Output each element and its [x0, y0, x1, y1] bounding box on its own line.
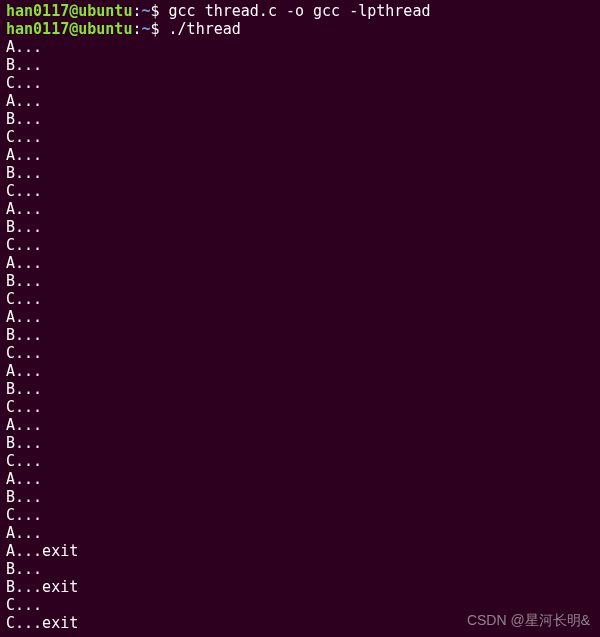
output-line: C... [6, 452, 594, 470]
output-line: C... [6, 128, 594, 146]
prompt-path: ~ [141, 20, 150, 38]
output-line: C... [6, 596, 594, 614]
output-line: C... [6, 344, 594, 362]
output-line: A... [6, 200, 594, 218]
prompt-userhost: han0117@ubuntu [6, 20, 132, 38]
prompt-line-1: han0117@ubuntu:~$ gcc thread.c -o gcc -l… [6, 2, 594, 20]
output-line: A... [6, 254, 594, 272]
output-line: C... [6, 506, 594, 524]
output-line: B... [6, 434, 594, 452]
output-line: A... [6, 416, 594, 434]
output-line: C... [6, 290, 594, 308]
output-line: C... [6, 236, 594, 254]
output-line: B... [6, 56, 594, 74]
output-line: B...exit [6, 578, 594, 596]
prompt-line-2: han0117@ubuntu:~$ ./thread [6, 20, 594, 38]
output-line: B... [6, 380, 594, 398]
output-line: A... [6, 92, 594, 110]
prompt-dollar: $ [151, 2, 160, 20]
output-line: B... [6, 488, 594, 506]
output-line: C... [6, 182, 594, 200]
output-line: C... [6, 398, 594, 416]
output-line: C... [6, 74, 594, 92]
prompt-path: ~ [141, 2, 150, 20]
output-line: B... [6, 218, 594, 236]
output-line: A... [6, 470, 594, 488]
output-line: B... [6, 272, 594, 290]
output-line: A... [6, 38, 594, 56]
command-2 [160, 20, 169, 38]
output-line: A... [6, 146, 594, 164]
command-1 [160, 2, 169, 20]
output-line: B... [6, 110, 594, 128]
output-line: B... [6, 164, 594, 182]
command-1-text: gcc thread.c -o gcc -lpthread [169, 2, 431, 20]
command-2-text: ./thread [169, 20, 241, 38]
output-line: B... [6, 326, 594, 344]
output-line: A... [6, 362, 594, 380]
prompt-userhost: han0117@ubuntu [6, 2, 132, 20]
output-line: A... [6, 524, 594, 542]
output-line: C...exit [6, 614, 594, 632]
output-line: B... [6, 560, 594, 578]
prompt-dollar: $ [151, 20, 160, 38]
output-line: A... [6, 308, 594, 326]
output-line: A...exit [6, 542, 594, 560]
